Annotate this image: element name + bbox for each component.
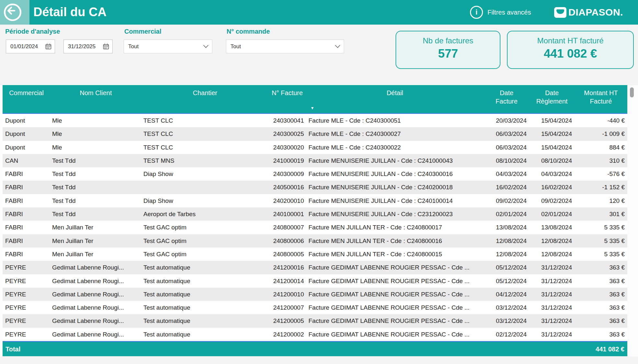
table-row[interactable]: DupontMleTEST CLC240300025Facture MLE - … [3, 127, 627, 140]
table-row[interactable]: PEYREGedimat Labenne Rougi...Test automa… [3, 274, 627, 288]
table-cell: Mle [50, 114, 141, 127]
table-cell: Facture MENUISERIE JUILLAN - Cde : C2312… [306, 207, 484, 221]
table-row[interactable]: PEYREGedimat Labenne Rougi...Test automa… [3, 314, 627, 327]
table-cell: 240100001 [269, 207, 306, 221]
column-header[interactable]: DateFacture [484, 85, 529, 113]
table-row[interactable]: FABRIMen Juillan TerTest GAC optim240800… [3, 248, 627, 261]
table-cell: Gedimat Labenne Rougi... [50, 261, 141, 274]
table-cell: 31/12/2024 [529, 328, 575, 341]
table-cell: 241200007 [269, 301, 306, 314]
table-row[interactable]: DupontMleTEST CLC240300041Facture MLE - … [3, 114, 627, 127]
table-cell: 02/01/2024 [529, 207, 575, 221]
table-cell: PEYRE [3, 328, 50, 341]
table-row[interactable]: FABRIMen Juillan TerTest GAC optim240800… [3, 221, 627, 234]
back-button[interactable] [0, 0, 29, 25]
table-row[interactable]: PEYREGedimat Labenne Rougi...Test automa… [3, 261, 627, 274]
table-row[interactable]: DupontMleTEST CLC240300020Facture MLE - … [3, 141, 627, 154]
column-header-line1: N° Facture [269, 89, 306, 97]
table-cell: 363 € [575, 301, 627, 314]
table-cell: 120 € [575, 194, 627, 207]
table-row[interactable]: FABRIMen Juillan TerTest GAC optim240800… [3, 234, 627, 248]
commercial-dropdown[interactable]: Tout [124, 39, 212, 53]
table-cell: 09/02/2024 [484, 194, 529, 207]
commande-dropdown[interactable]: Tout [226, 39, 344, 53]
calendar-icon [103, 43, 109, 50]
table-cell: 12/08/2024 [529, 248, 575, 261]
table-cell: 05/12/2024 [484, 261, 529, 274]
table-cell: 240800007 [269, 221, 306, 234]
table-row[interactable]: FABRITest TddDiap Show240300009Facture M… [3, 167, 627, 181]
table-cell: Facture GEDIMAT LABENNE ROUGIER PESSAC -… [306, 314, 484, 327]
date-from-value: 01/01/2024 [10, 43, 38, 50]
column-header-line2: Facturé [575, 97, 627, 105]
table-row[interactable]: PEYREGedimat Labenne Rougi...Test automa… [3, 328, 627, 341]
table-cell: 15/04/2024 [529, 127, 575, 140]
table-cell: -576 € [575, 167, 627, 181]
chevron-down-icon [203, 45, 209, 48]
table-cell: Diap Show [141, 194, 269, 207]
column-header[interactable]: Nom Client [50, 85, 141, 113]
table-cell: 241000019 [269, 154, 306, 167]
table-cell: TEST CLC [141, 114, 269, 127]
column-header[interactable]: N° Facture [269, 85, 306, 113]
column-header-line1: Détail [306, 89, 484, 97]
table-cell: 15/04/2024 [529, 114, 575, 127]
sort-descending-icon[interactable]: ▼ [308, 106, 316, 110]
table-cell: 240200010 [269, 194, 306, 207]
table-cell: Test Tdd [50, 207, 141, 221]
table-cell: 241200002 [269, 328, 306, 341]
table-cell: TEST CLC [141, 141, 269, 154]
table-cell: 04/03/2024 [484, 167, 529, 181]
total-row: Total 441 082 € [3, 342, 627, 356]
column-header[interactable]: DateRèglement [529, 85, 575, 113]
table-cell: 12/08/2024 [484, 248, 529, 261]
advanced-filters-button[interactable]: i Filtres avancés [470, 0, 531, 25]
table-cell: Facture MENUISERIE JUILLAN - Cde : C2403… [306, 167, 484, 181]
table-cell: Facture MENUISERIE JUILLAN - Cde : C2402… [306, 181, 484, 194]
table-cell: Facture MLE - Cde : C240300022 [306, 141, 484, 154]
table-cell: Test Tdd [50, 181, 141, 194]
table-cell: 02/12/2024 [484, 328, 529, 341]
kpi-value: 577 [396, 47, 500, 61]
table-cell: 363 € [575, 314, 627, 327]
column-header[interactable]: Commercial [3, 85, 50, 113]
brand-text: DIAPASON. [568, 7, 623, 18]
date-from-input[interactable]: 01/01/2024 [6, 39, 55, 53]
table-cell: 5 335 € [575, 221, 627, 234]
kpi-label: Nb de factures [396, 36, 500, 45]
table-cell: Test automatique [141, 314, 269, 327]
table-cell: -440 € [575, 114, 627, 127]
table-scrollbar-thumb[interactable] [630, 87, 634, 97]
table-row[interactable]: CANTest TddTEST MNS241000019Facture MENU… [3, 154, 627, 167]
date-to-input[interactable]: 31/12/2025 [63, 39, 113, 53]
table-cell: 363 € [575, 288, 627, 301]
column-header[interactable]: Détail [306, 85, 484, 113]
table-cell: Test Tdd [50, 194, 141, 207]
table-cell: 241200005 [269, 314, 306, 327]
table-cell: 241200010 [269, 288, 306, 301]
total-label: Total [6, 346, 20, 353]
table-cell: 06/03/2024 [484, 127, 529, 140]
column-header-line1: Montant HT [575, 89, 627, 97]
table-cell: Men Juillan Ter [50, 221, 141, 234]
table-row[interactable]: PEYREGedimat Labenne Rougi...Test automa… [3, 301, 627, 314]
column-header-line1: Date [529, 89, 575, 97]
column-header[interactable]: Montant HTFacturé [575, 85, 627, 113]
brand-logo: DIAPASON. [554, 0, 623, 25]
table-cell: Gedimat Labenne Rougi... [50, 328, 141, 341]
table-cell: 09/02/2024 [529, 194, 575, 207]
table-cell: Mle [50, 127, 141, 140]
table-row[interactable]: FABRITest TddDiap Show240200010Facture M… [3, 194, 627, 207]
date-to-value: 31/12/2025 [68, 43, 95, 50]
table-row[interactable]: FABRITest Tdd240500016Facture MENUISERIE… [3, 181, 627, 194]
commande-label: N° commande [227, 28, 270, 35]
table-cell: Test GAC optim [141, 221, 269, 234]
table-cell: 12/08/2024 [529, 234, 575, 248]
invoice-table: ▼ CommercialNom ClientChantierN° Facture… [3, 85, 627, 356]
table-row[interactable]: FABRITest TddAeroport de Tarbes240100001… [3, 207, 627, 221]
advanced-filters-label: Filtres avancés [487, 9, 531, 16]
table-cell: Facture MLE - Cde : C240300027 [306, 127, 484, 140]
table-row[interactable]: PEYREGedimat Labenne Rougi...Test automa… [3, 288, 627, 301]
info-icon: i [470, 6, 483, 19]
column-header[interactable]: Chantier [141, 85, 269, 113]
